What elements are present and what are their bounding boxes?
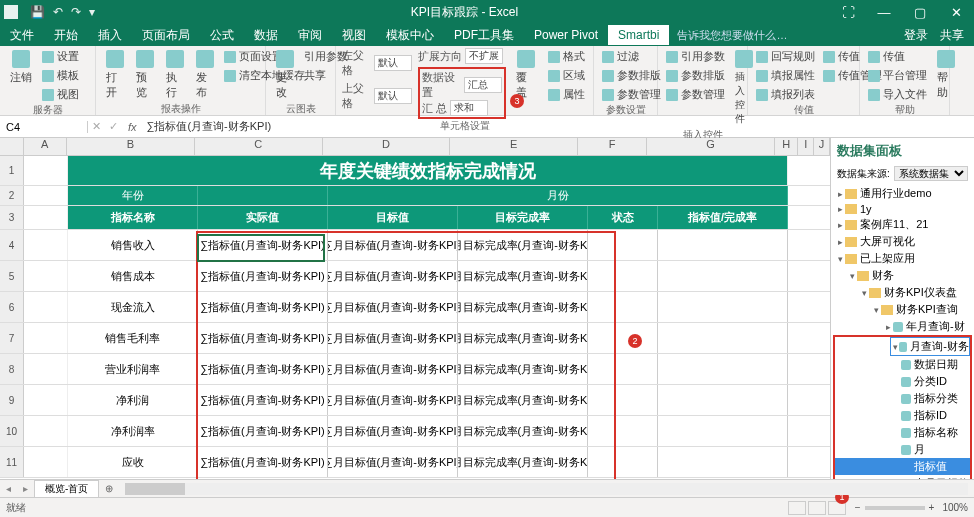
row-header[interactable]: 11 xyxy=(0,447,24,477)
sheet-nav-next-icon[interactable]: ▸ xyxy=(17,483,34,494)
template-check[interactable]: 模板 xyxy=(40,67,81,84)
settings-check[interactable]: 设置 xyxy=(40,48,81,65)
cell[interactable] xyxy=(24,416,68,446)
row-header[interactable]: 4 xyxy=(0,230,24,260)
tab-insert[interactable]: 插入 xyxy=(88,24,132,47)
fx-confirm-icon[interactable]: ✓ xyxy=(105,120,122,133)
param-mgmt2-button[interactable]: 参数管理 xyxy=(664,86,727,103)
name-box[interactable]: C4 xyxy=(0,121,88,133)
col-header[interactable]: C xyxy=(195,138,323,155)
actual-value[interactable]: ∑指标值(月查询-财务KPI) xyxy=(198,230,328,260)
table-header[interactable]: 指标值/完成率 xyxy=(658,206,788,229)
status-cell[interactable] xyxy=(588,323,658,353)
actual-value[interactable]: ∑指标值(月查询-财务KPI) xyxy=(198,261,328,291)
share-button[interactable]: 共享 xyxy=(940,27,964,44)
year-header[interactable]: 年份 xyxy=(68,186,198,205)
param-mgmt-button[interactable]: 参数管理 xyxy=(600,86,663,103)
tree-item[interactable]: ▾财务KPI仪表盘 xyxy=(831,284,974,301)
param-layout-button[interactable]: 参数排版 xyxy=(600,67,663,84)
target-value[interactable]: ∑月目标值(月查询-财务KPI) xyxy=(328,416,458,446)
table-header[interactable]: 目标完成率 xyxy=(458,206,588,229)
param-layout2-button[interactable]: 参数排版 xyxy=(664,67,727,84)
row-header[interactable]: 3 xyxy=(0,206,24,229)
horizontal-scrollbar[interactable] xyxy=(125,483,968,495)
metric-name[interactable]: 销售成本 xyxy=(68,261,198,291)
left-parent-dropdown[interactable]: 默认 xyxy=(374,55,412,71)
pass2-button[interactable]: 传值 xyxy=(866,48,929,65)
cell[interactable] xyxy=(24,385,68,415)
cell[interactable] xyxy=(24,354,68,384)
view-pagelayout-button[interactable] xyxy=(808,501,826,515)
sheet-tab[interactable]: 概览-首页 xyxy=(34,480,99,498)
col-header[interactable]: F xyxy=(578,138,647,155)
actual-value[interactable]: ∑指标值(月查询-财务KPI) xyxy=(198,354,328,384)
cell[interactable] xyxy=(24,292,68,322)
target-value[interactable]: ∑月目标值(月查询-财务KPI) xyxy=(328,385,458,415)
open-button[interactable]: 打开 xyxy=(102,48,128,102)
tree-field[interactable]: 本月目标值 xyxy=(835,475,970,479)
ribbon-collapse-icon[interactable]: ⛶ xyxy=(834,5,862,20)
tree-field[interactable]: 月 xyxy=(835,441,970,458)
close-button[interactable]: ✕ xyxy=(942,5,970,20)
tree-field[interactable]: 指标分类 xyxy=(835,390,970,407)
row-header[interactable]: 10 xyxy=(0,416,24,446)
col-header[interactable]: E xyxy=(450,138,578,155)
cell[interactable] xyxy=(24,186,68,205)
status-cell[interactable] xyxy=(588,354,658,384)
col-header[interactable]: G xyxy=(647,138,775,155)
preview-button[interactable]: 预览 xyxy=(132,48,158,102)
zoom-in-button[interactable]: + xyxy=(929,502,935,513)
tab-formulas[interactable]: 公式 xyxy=(200,24,244,47)
execute-button[interactable]: 执行 xyxy=(162,48,188,102)
cell[interactable] xyxy=(24,323,68,353)
data-setting-dropdown[interactable]: 汇总 xyxy=(464,77,502,93)
target-value[interactable]: ∑月目标值(月查询-财务KPI) xyxy=(328,447,458,477)
writeback-rule-button[interactable]: 回写规则 xyxy=(754,48,817,65)
tree-item[interactable]: ▸年月查询-财 xyxy=(831,318,974,335)
top-parent-dropdown[interactable]: 默认 xyxy=(374,88,412,104)
tree-field[interactable]: 分类ID xyxy=(835,373,970,390)
tree-item[interactable]: ▸案例库11、21 xyxy=(831,216,974,233)
table-header[interactable]: 实际值 xyxy=(198,206,328,229)
actual-value[interactable]: ∑指标值(月查询-财务KPI) xyxy=(198,416,328,446)
tab-powerpivot[interactable]: Power Pivot xyxy=(524,25,608,45)
actual-value[interactable]: ∑指标值(月查询-财务KPI) xyxy=(198,447,328,477)
fx-icon[interactable]: fx xyxy=(122,121,143,133)
report-title[interactable]: 年度关键绩效指标完成情况 xyxy=(68,156,788,185)
col-header[interactable]: A xyxy=(24,138,67,155)
view-check[interactable]: 视图 xyxy=(40,86,81,103)
sheet-nav-prev-icon[interactable]: ◂ xyxy=(0,483,17,494)
completion-rate[interactable]: ∑月目标完成率(月查询-财务KPI) xyxy=(458,230,588,260)
tab-page-layout[interactable]: 页面布局 xyxy=(132,24,200,47)
target-value[interactable]: ∑月目标值(月查询-财务KPI) xyxy=(328,354,458,384)
logout-button[interactable]: 注销 xyxy=(6,48,36,103)
row-header[interactable]: 9 xyxy=(0,385,24,415)
fill-list-button[interactable]: 填报列表 xyxy=(754,86,817,103)
metric-name[interactable]: 净利润率 xyxy=(68,416,198,446)
fx-cancel-icon[interactable]: ✕ xyxy=(88,120,105,133)
help-button[interactable]: 帮助 xyxy=(933,48,959,103)
import-file-button[interactable]: 导入文件 xyxy=(866,86,929,103)
tree-field-selected[interactable]: 指标值 xyxy=(835,458,970,475)
table-header[interactable]: 目标值 xyxy=(328,206,458,229)
tab-view[interactable]: 视图 xyxy=(332,24,376,47)
cell[interactable] xyxy=(24,230,68,260)
qat-dropdown-icon[interactable]: ▾ xyxy=(89,5,95,19)
dataset-tree[interactable]: ▸通用行业demo ▸1y ▸案例库11、21 ▸大屏可视化 ▾已上架应用 ▾财… xyxy=(831,183,974,479)
zoom-level[interactable]: 100% xyxy=(942,502,968,513)
publish-button[interactable]: 发布 xyxy=(192,48,218,102)
metric-name[interactable]: 营业利润率 xyxy=(68,354,198,384)
datasource-select[interactable]: 系统数据集 xyxy=(894,166,968,181)
tell-me-search[interactable]: 告诉我您想要做什么… xyxy=(677,28,787,43)
completion-rate[interactable]: ∑月目标完成率(月查询-财务KPI) xyxy=(458,292,588,322)
ratio-cell[interactable] xyxy=(658,230,788,260)
row-header[interactable]: 6 xyxy=(0,292,24,322)
zoom-slider[interactable] xyxy=(865,506,925,510)
add-sheet-button[interactable]: ⊕ xyxy=(99,483,119,494)
tab-smartbi[interactable]: Smartbi xyxy=(608,25,669,45)
tree-field[interactable]: 指标名称 xyxy=(835,424,970,441)
completion-rate[interactable]: ∑月目标完成率(月查询-财务KPI) xyxy=(458,447,588,477)
tab-review[interactable]: 审阅 xyxy=(288,24,332,47)
completion-rate[interactable]: ∑月目标完成率(月查询-财务KPI) xyxy=(458,416,588,446)
format-button[interactable]: 格式 xyxy=(546,48,587,65)
